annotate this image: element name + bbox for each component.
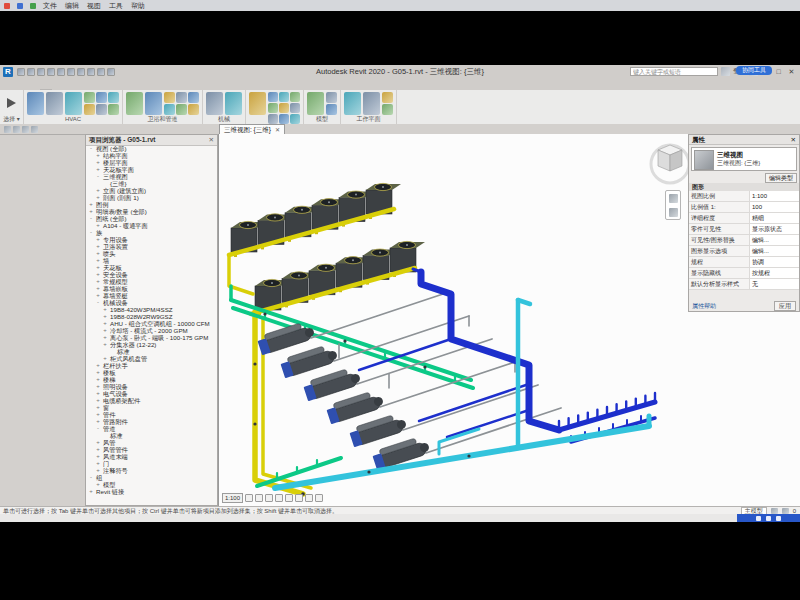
expand-toggle-icon[interactable]: +: [95, 166, 101, 173]
property-row[interactable]: 可见性/图形替换 编辑...: [689, 235, 799, 246]
browser-tree-item[interactable]: 标准: [86, 432, 217, 439]
property-row[interactable]: 图形显示选项 编辑...: [689, 246, 799, 257]
fabrication-part-tool-icon[interactable]: [225, 92, 242, 115]
browser-tree-item[interactable]: + 风管: [86, 439, 217, 446]
project-browser-close-icon[interactable]: ✕: [209, 135, 217, 145]
plugin-button[interactable]: 协同工具: [736, 66, 772, 75]
browser-tree-item[interactable]: - 视图 (全部): [86, 145, 217, 152]
expand-toggle-icon[interactable]: -: [88, 215, 94, 222]
pipe-accessory-tool-icon[interactable]: [164, 104, 175, 115]
expand-toggle-icon[interactable]: +: [95, 460, 101, 467]
ref-plane-tool-icon[interactable]: [382, 92, 393, 103]
conduit-fitting-tool-icon[interactable]: [279, 92, 289, 102]
parallel-pipes-tool-icon[interactable]: [176, 104, 187, 115]
expand-toggle-icon[interactable]: +: [95, 439, 101, 446]
expand-toggle-icon[interactable]: +: [102, 306, 108, 313]
property-value[interactable]: 显示原状态: [750, 224, 799, 234]
browser-tree-item[interactable]: + 管件: [86, 411, 217, 418]
browser-tree-item[interactable]: + 结构平面: [86, 152, 217, 159]
property-row[interactable]: 规程 协调: [689, 257, 799, 268]
browser-tree-item[interactable]: + 喷头: [86, 250, 217, 257]
expand-toggle-icon[interactable]: +: [95, 250, 101, 257]
property-value[interactable]: 精细: [750, 213, 799, 223]
expand-toggle-icon[interactable]: +: [95, 481, 101, 488]
join-option-icon[interactable]: [13, 126, 20, 133]
browser-tree-item[interactable]: - 管道: [86, 425, 217, 432]
flex-duct-tool-icon[interactable]: [65, 92, 82, 115]
browser-tree-item[interactable]: + 专用设备: [86, 236, 217, 243]
property-value[interactable]: 按规程: [750, 268, 799, 278]
browser-tree-item[interactable]: + Revit 链接: [86, 488, 217, 495]
browser-tree-item[interactable]: + A104 - 暖通平面: [86, 222, 217, 229]
expand-toggle-icon[interactable]: +: [95, 194, 101, 201]
expand-toggle-icon[interactable]: -: [95, 173, 101, 180]
browser-tree-item[interactable]: + 楼层平面: [86, 159, 217, 166]
host-menu-item[interactable]: 工具: [109, 0, 123, 11]
property-value[interactable]: 协调: [750, 257, 799, 267]
expand-toggle-icon[interactable]: +: [95, 376, 101, 383]
expand-toggle-icon[interactable]: +: [95, 362, 101, 369]
shadows-icon[interactable]: [275, 494, 283, 502]
convert-flex-duct-tool-icon[interactable]: [96, 104, 107, 115]
browser-tree-item[interactable]: + 注释符号: [86, 467, 217, 474]
expand-toggle-icon[interactable]: +: [95, 243, 101, 250]
property-value[interactable]: 无: [750, 279, 799, 289]
expand-toggle-icon[interactable]: -: [95, 425, 101, 432]
property-value[interactable]: 1:100: [750, 191, 799, 201]
browser-tree-item[interactable]: 标准: [86, 348, 217, 355]
model-text-tool-icon[interactable]: [326, 92, 337, 103]
browser-tree-item[interactable]: - 族: [86, 229, 217, 236]
browser-tree-item[interactable]: + 19B8-420W3PM/4SSZ: [86, 306, 217, 313]
browser-tree-item[interactable]: + 柜式风机盘管: [86, 355, 217, 362]
expand-toggle-icon[interactable]: +: [95, 397, 101, 404]
host-menu-item[interactable]: 帮助: [131, 0, 145, 11]
property-value[interactable]: 编辑...: [750, 246, 799, 256]
expand-toggle-icon[interactable]: +: [95, 187, 101, 194]
zoom-icon[interactable]: [669, 208, 678, 217]
duct-fitting-tool-icon[interactable]: [84, 92, 95, 103]
expand-toggle-icon[interactable]: +: [102, 355, 108, 362]
expand-toggle-icon[interactable]: -: [88, 229, 94, 236]
expand-toggle-icon[interactable]: -: [88, 474, 94, 481]
maximize-button[interactable]: □: [772, 65, 785, 79]
expand-toggle-icon[interactable]: +: [95, 285, 101, 292]
host-menu-item[interactable]: 视图: [87, 0, 101, 11]
duct-tool-icon[interactable]: [27, 92, 44, 115]
expand-toggle-icon[interactable]: +: [95, 271, 101, 278]
expand-toggle-icon[interactable]: +: [88, 488, 94, 495]
chiller-units[interactable]: [256, 320, 431, 471]
tray-icon-1[interactable]: [756, 516, 761, 521]
mechanical-equipment-tool-icon[interactable]: [206, 92, 223, 115]
sprinkler-tool-icon[interactable]: [188, 92, 199, 103]
expand-toggle-icon[interactable]: +: [95, 453, 101, 460]
modify-cursor-icon[interactable]: [7, 98, 16, 108]
browser-tree-item[interactable]: + 离心泵 - 卧式 - 端吸 - 100-175 GPM: [86, 334, 217, 341]
property-row[interactable]: 零件可见性 显示原状态: [689, 224, 799, 235]
navigation-bar[interactable]: [665, 190, 681, 220]
browser-tree-item[interactable]: + 风管管件: [86, 446, 217, 453]
expand-toggle-icon[interactable]: +: [95, 257, 101, 264]
electrical-equipment-tool-icon[interactable]: [279, 103, 289, 113]
browser-tree-item[interactable]: + 楼板: [86, 369, 217, 376]
switch-tool-icon[interactable]: [290, 114, 300, 124]
align-option-icon[interactable]: [31, 126, 38, 133]
property-row[interactable]: 默认分析显示样式 无: [689, 279, 799, 290]
branch-pipes-gray[interactable]: [311, 293, 561, 453]
panel-tool-icon[interactable]: [290, 103, 300, 113]
expand-toggle-icon[interactable]: +: [95, 390, 101, 397]
browser-tree-item[interactable]: + 楼梯: [86, 376, 217, 383]
properties-close-icon[interactable]: ✕: [791, 135, 796, 144]
show-crop-icon[interactable]: [295, 494, 303, 502]
view-cube[interactable]: [646, 138, 694, 186]
sun-path-icon[interactable]: [265, 494, 273, 502]
browser-tree-item[interactable]: + 19B8-028W2RW9GSZ: [86, 313, 217, 320]
browser-tree-item[interactable]: + 模型: [86, 481, 217, 488]
expand-toggle-icon[interactable]: +: [102, 320, 108, 327]
expand-toggle-icon[interactable]: +: [88, 208, 94, 215]
browser-tree-item[interactable]: - 组: [86, 474, 217, 481]
condenser-pipes-blue[interactable]: [359, 269, 655, 442]
browser-tree-item[interactable]: - 三维视图: [86, 173, 217, 180]
property-value[interactable]: 100: [750, 202, 799, 212]
browser-tree-item[interactable]: - 图纸 (全部): [86, 215, 217, 222]
duct-insulation-tool-icon[interactable]: [108, 92, 119, 103]
